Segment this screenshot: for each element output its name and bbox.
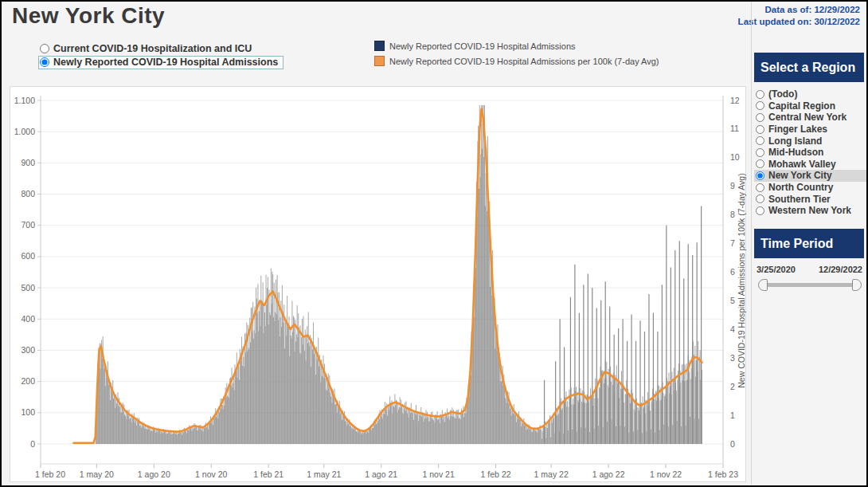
region-label: Long Island: [768, 135, 822, 147]
time-period-slider[interactable]: [758, 278, 862, 291]
legend-label: Newly Reported COVID-19 Hospital Admissi…: [389, 41, 576, 51]
region-radio[interactable]: [756, 194, 764, 203]
svg-text:200: 200: [21, 376, 35, 386]
svg-text:1.100: 1.100: [14, 96, 35, 105]
region-option-capital-region[interactable]: Capital Region: [754, 100, 866, 112]
svg-text:4: 4: [730, 324, 735, 334]
region-option-western-new-york[interactable]: Western New York: [754, 205, 866, 217]
region-label: Western New York: [768, 205, 851, 216]
data-freshness: Data as of: 12/29/2022 Last updated on: …: [738, 4, 860, 28]
svg-text:1 feb 23: 1 feb 23: [708, 469, 738, 479]
svg-text:100: 100: [21, 407, 35, 417]
legend-item-per100k: Newly Reported COVID-19 Hospital Admissi…: [374, 56, 659, 66]
time-panel-title: Time Period: [760, 237, 833, 251]
region-label: Central New York: [768, 112, 846, 123]
page-title: New York City: [12, 3, 165, 29]
time-period-end: 12/29/2022: [819, 265, 862, 274]
region-radio[interactable]: [756, 171, 764, 180]
svg-text:400: 400: [21, 314, 35, 324]
legend-swatch-orange: [374, 56, 385, 66]
sidebar-divider: [751, 2, 752, 487]
region-radio[interactable]: [756, 206, 764, 215]
svg-text:1: 1: [730, 410, 735, 420]
region-radio[interactable]: [756, 101, 764, 110]
region-radio[interactable]: [756, 159, 764, 168]
region-option-mohawk-valley[interactable]: Mohawk Valley: [754, 159, 866, 171]
svg-text:5: 5: [730, 296, 735, 305]
metric-option-current-hospitalization[interactable]: Current COVID-19 Hospitalization and ICU: [38, 41, 283, 55]
last-updated-text: Last updated on: 30/12/2022: [738, 16, 860, 28]
chart-svg[interactable]: 01002003004005006007008009001.0001.10001…: [10, 87, 745, 481]
admissions-chart[interactable]: 01002003004005006007008009001.0001.10001…: [10, 86, 746, 482]
svg-text:9: 9: [730, 181, 735, 190]
svg-text:1 may 22: 1 may 22: [534, 469, 569, 479]
region-option-mid-hudson[interactable]: Mid-Hudson: [754, 147, 866, 159]
right-axis-title: New COVID-19 Hospital Admissions per 100…: [737, 93, 746, 468]
svg-text:500: 500: [21, 283, 35, 293]
svg-text:2: 2: [730, 382, 735, 391]
legend-label: Newly Reported COVID-19 Hospital Admissi…: [389, 57, 659, 66]
region-panel-header: Select a Region: [754, 53, 864, 82]
region-label: Southern Tier: [768, 194, 831, 205]
region-option-finger-lakes[interactable]: Finger Lakes: [754, 124, 866, 135]
svg-text:1 feb 21: 1 feb 21: [253, 469, 283, 479]
svg-text:3: 3: [730, 353, 735, 363]
legend-swatch-navy: [374, 41, 385, 51]
region-radio[interactable]: [756, 113, 764, 122]
region-panel-title: Select a Region: [760, 61, 855, 75]
svg-text:700: 700: [21, 220, 35, 230]
metric-option-label: Current COVID-19 Hospitalization and ICU: [53, 43, 252, 54]
svg-text:7: 7: [730, 238, 735, 248]
region-option-new-york-city[interactable]: New York City: [754, 170, 866, 182]
region-label: Capital Region: [768, 100, 835, 112]
svg-text:6: 6: [730, 267, 735, 277]
svg-text:1 feb 20: 1 feb 20: [35, 469, 65, 479]
slider-handle-left[interactable]: [758, 279, 768, 291]
region-label: New York City: [768, 170, 832, 181]
region-radio[interactable]: [756, 136, 764, 145]
region-label: Finger Lakes: [768, 124, 827, 135]
svg-text:800: 800: [21, 189, 35, 198]
svg-text:300: 300: [21, 345, 35, 355]
region-label: Mohawk Valley: [768, 159, 836, 170]
region-option-north-country[interactable]: North Country: [754, 182, 866, 194]
svg-text:1 nov 21: 1 nov 21: [423, 469, 455, 479]
region-radio[interactable]: [756, 125, 764, 134]
svg-text:0: 0: [730, 439, 735, 449]
svg-text:0: 0: [30, 439, 35, 449]
region-option-southern-tier[interactable]: Southern Tier: [754, 193, 866, 205]
time-period-start: 3/25/2020: [757, 265, 796, 274]
svg-text:8: 8: [730, 210, 735, 219]
svg-text:1 ago 20: 1 ago 20: [138, 469, 170, 479]
svg-text:600: 600: [21, 251, 35, 261]
slider-track[interactable]: [760, 283, 860, 287]
time-period-range: 3/25/2020 12/29/2022: [757, 265, 862, 274]
svg-text:1 may 20: 1 may 20: [80, 469, 114, 479]
region-option-long-island[interactable]: Long Island: [754, 135, 866, 147]
legend-item-admissions: Newly Reported COVID-19 Hospital Admissi…: [374, 41, 659, 51]
chart-legend: Newly Reported COVID-19 Hospital Admissi…: [374, 41, 659, 71]
slider-handle-right[interactable]: [852, 279, 862, 291]
metric-radio-admissions[interactable]: [40, 57, 49, 67]
metric-option-newly-reported-admissions[interactable]: Newly Reported COVID-19 Hospital Admissi…: [38, 56, 283, 69]
region-list: (Todo)Capital RegionCentral New YorkFing…: [754, 88, 866, 217]
svg-text:1.000: 1.000: [14, 127, 35, 136]
svg-text:1 feb 22: 1 feb 22: [481, 469, 511, 479]
region-label: Mid-Hudson: [768, 147, 823, 158]
metric-radio-current[interactable]: [40, 44, 49, 53]
region-radio[interactable]: [756, 90, 764, 99]
region-option-central-new-york[interactable]: Central New York: [754, 112, 866, 124]
svg-text:1 ago 22: 1 ago 22: [592, 469, 625, 479]
region-label: (Todo): [768, 88, 797, 100]
region-radio[interactable]: [756, 183, 764, 192]
svg-text:1 may 21: 1 may 21: [307, 469, 341, 479]
metric-radio-group: Current COVID-19 Hospitalization and ICU…: [38, 41, 283, 69]
svg-text:1 nov 20: 1 nov 20: [195, 469, 227, 479]
time-panel-header: Time Period: [754, 229, 864, 258]
data-as-of-text: Data as of: 12/29/2022: [738, 4, 860, 16]
region-label: North Country: [768, 182, 833, 193]
svg-text:1 ago 21: 1 ago 21: [365, 469, 397, 479]
region-option-todo[interactable]: (Todo): [754, 88, 866, 100]
svg-text:1 nov 22: 1 nov 22: [650, 469, 682, 479]
region-radio[interactable]: [756, 148, 764, 157]
